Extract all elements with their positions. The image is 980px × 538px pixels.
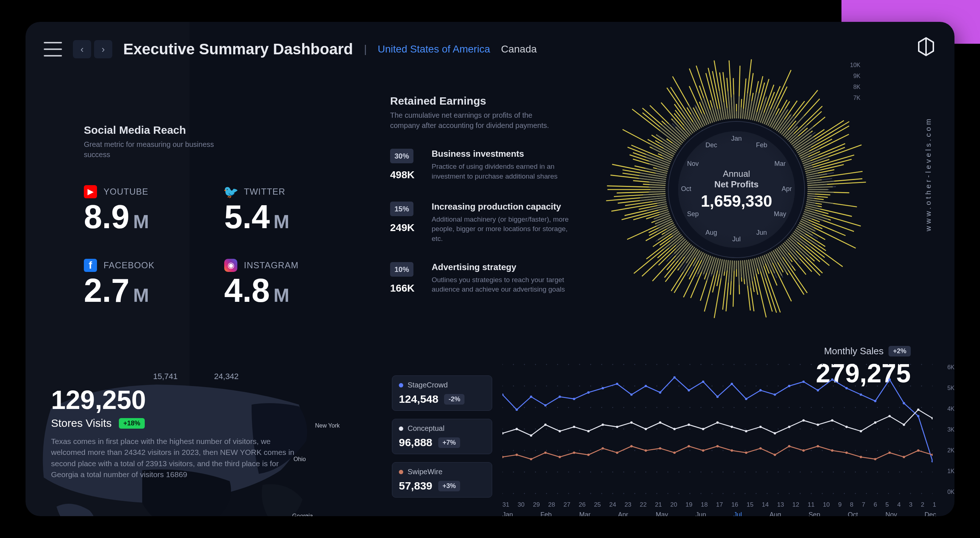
sales-xday: 7 — [862, 501, 865, 508]
svg-point-558 — [789, 407, 790, 408]
radial-month-label: Jul — [729, 236, 745, 243]
svg-point-508 — [678, 386, 679, 387]
svg-line-325 — [640, 196, 666, 198]
svg-point-722 — [833, 493, 834, 494]
svg-point-565 — [866, 407, 867, 408]
svg-point-790 — [888, 415, 891, 417]
svg-point-752 — [788, 385, 790, 387]
svg-point-736 — [558, 395, 561, 398]
svg-point-687 — [888, 472, 889, 473]
svg-point-455 — [535, 364, 536, 365]
legend-delta-badge: +3% — [438, 481, 460, 491]
svg-line-141 — [801, 219, 812, 224]
svg-point-816 — [817, 445, 819, 447]
svg-point-512 — [722, 386, 724, 387]
svg-point-698 — [568, 493, 569, 494]
svg-point-813 — [774, 454, 776, 456]
svg-point-515 — [756, 386, 757, 387]
svg-point-719 — [800, 493, 801, 494]
menu-icon[interactable] — [44, 42, 62, 56]
legend-item[interactable]: StageCrowd124,548-2% — [392, 376, 492, 411]
sales-xmonth: Oct — [848, 511, 858, 516]
social-section: Social Media Reach Great metric for meas… — [84, 124, 364, 307]
social-title: Social Media Reach — [84, 124, 364, 136]
retained-pct-badge: 10% — [390, 262, 414, 277]
legend-item[interactable]: SwipeWire57,839+3% — [392, 462, 492, 498]
svg-point-777 — [702, 428, 704, 430]
watermark-url: www.other-levels.com — [924, 117, 932, 231]
stores-paragraph: Texas comes in first place with the high… — [51, 436, 299, 481]
svg-line-295 — [667, 224, 675, 229]
radial-month-label: Jan — [729, 135, 745, 143]
sales-ytick: 3K — [947, 427, 955, 433]
dashboard-card: www.other-levels.com ‹ › Executive Summa… — [25, 22, 955, 516]
legend-value: 96,888 — [399, 436, 433, 449]
nav-forward-button[interactable]: › — [94, 40, 112, 58]
svg-point-645 — [866, 450, 867, 451]
svg-point-541 — [601, 407, 602, 408]
svg-point-682 — [833, 472, 834, 473]
svg-point-488 — [899, 364, 900, 365]
sales-xday: 5 — [886, 501, 889, 508]
svg-point-697 — [557, 493, 558, 494]
svg-point-649 — [910, 450, 911, 451]
svg-point-529 — [910, 386, 911, 387]
svg-point-788 — [860, 430, 862, 432]
radial-ytick: 7K — [853, 95, 861, 101]
svg-point-808 — [702, 449, 704, 452]
svg-point-613 — [513, 450, 514, 451]
radial-month-label: Oct — [678, 185, 694, 193]
svg-point-761 — [917, 415, 919, 417]
svg-point-605 — [866, 429, 867, 430]
svg-line-439 — [734, 94, 735, 118]
tab-canada[interactable]: Canada — [501, 43, 537, 55]
svg-point-556 — [767, 407, 768, 408]
sales-xmonth: Feb — [540, 511, 552, 516]
svg-point-612 — [503, 450, 503, 451]
svg-point-609 — [910, 429, 911, 430]
svg-point-492 — [503, 386, 503, 387]
svg-point-659 — [579, 472, 580, 473]
svg-line-451 — [702, 130, 705, 134]
sales-xday: 16 — [731, 501, 738, 508]
svg-point-602 — [833, 429, 834, 430]
svg-line-105 — [807, 181, 835, 183]
sales-xday: 20 — [670, 501, 677, 508]
svg-line-283 — [663, 234, 681, 249]
radial-month-label: Jun — [754, 229, 770, 237]
svg-point-731 — [932, 493, 932, 494]
svg-point-738 — [587, 392, 590, 394]
radial-month-label: Mar — [772, 160, 788, 168]
svg-point-679 — [800, 472, 801, 473]
radial-ytick: 10K — [850, 62, 861, 68]
nav-back-button[interactable]: ‹ — [73, 40, 91, 58]
svg-point-766 — [544, 423, 547, 426]
svg-point-783 — [788, 426, 790, 428]
svg-line-125 — [806, 204, 818, 206]
svg-point-818 — [845, 452, 848, 454]
retained-item-title: Increasing production capacity — [432, 202, 578, 212]
radial-label-bottom: Net Profits — [714, 179, 758, 190]
svg-point-819 — [860, 456, 862, 458]
svg-point-726 — [877, 493, 878, 494]
svg-line-441 — [768, 130, 771, 134]
sales-xday: 31 — [503, 501, 509, 508]
svg-point-616 — [546, 450, 547, 451]
svg-line-361 — [662, 156, 671, 160]
tab-usa[interactable]: United States of America — [378, 43, 490, 55]
svg-line-435 — [728, 91, 730, 119]
svg-point-664 — [635, 472, 635, 473]
svg-point-690 — [921, 472, 922, 473]
svg-point-779 — [730, 426, 733, 428]
svg-point-510 — [700, 386, 702, 387]
sales-xmonth: Aug — [769, 511, 781, 516]
svg-point-568 — [899, 407, 900, 408]
sales-xday: 2 — [921, 501, 924, 508]
sales-xday: 18 — [701, 501, 708, 508]
retained-item: 15%249KIncreasing production capacityAdd… — [390, 202, 587, 244]
svg-point-608 — [899, 429, 900, 430]
legend-dot-icon — [399, 427, 403, 431]
svg-point-588 — [678, 429, 679, 430]
sales-xmonth: Mar — [579, 511, 590, 516]
legend-item[interactable]: Conceptual96,888+7% — [392, 419, 492, 454]
